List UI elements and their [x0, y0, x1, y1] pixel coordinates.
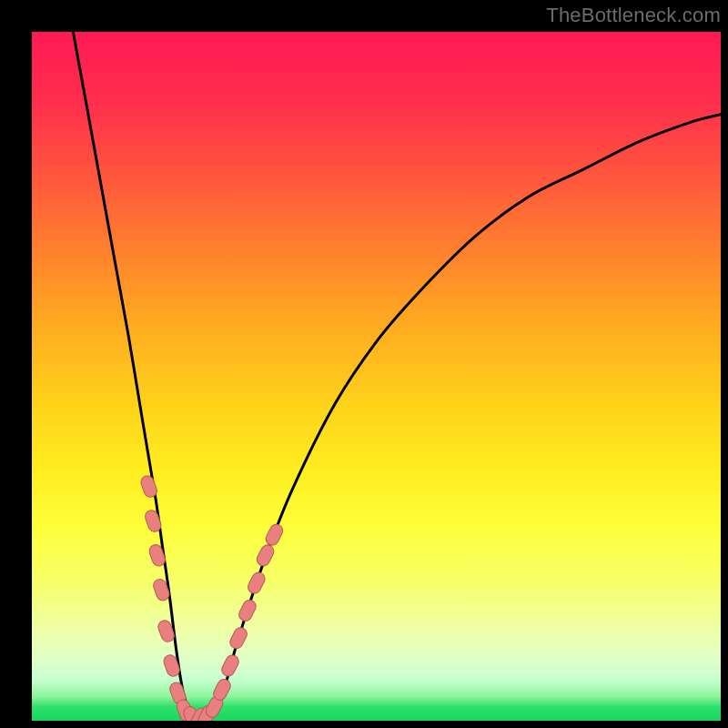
data-marker — [264, 522, 285, 548]
svg-rect-13 — [219, 653, 240, 679]
svg-rect-17 — [255, 542, 276, 568]
data-marker — [246, 571, 267, 596]
svg-rect-15 — [237, 598, 258, 623]
data-marker — [237, 598, 258, 623]
plot-area — [32, 32, 721, 721]
data-marker — [255, 542, 276, 568]
data-marker — [219, 653, 240, 679]
bottleneck-curve — [73, 32, 721, 721]
svg-rect-18 — [264, 522, 285, 548]
watermark-text: TheBottleneck.com — [546, 4, 721, 27]
data-marker — [228, 625, 248, 651]
svg-rect-14 — [228, 625, 248, 651]
chart-frame: TheBottleneck.com — [0, 0, 728, 728]
svg-rect-16 — [246, 571, 267, 596]
curve-layer — [32, 32, 721, 721]
